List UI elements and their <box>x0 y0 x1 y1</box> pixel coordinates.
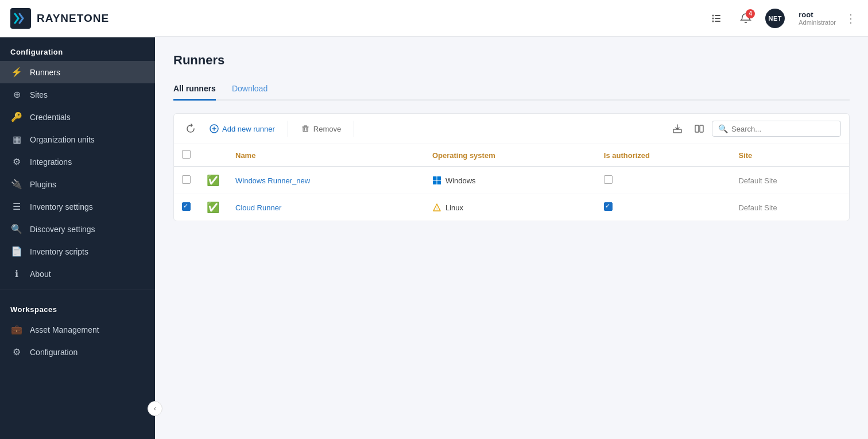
sidebar-item-runners[interactable]: ⚡ Runners <box>0 61 155 83</box>
add-new-runner-button[interactable]: Add new runner <box>203 121 282 137</box>
select-all-checkbox[interactable] <box>182 150 191 159</box>
configuration-ws-icon: ⚙ <box>10 346 23 357</box>
inventory-scripts-icon: 📄 <box>10 246 23 257</box>
sidebar-item-asset-management[interactable]: 💼 Asset Management <box>0 318 155 341</box>
table-row: ✅ Cloud Runner ! Linux Default Site <box>174 194 849 221</box>
header-check <box>174 144 199 167</box>
user-role: Administrator <box>799 19 836 26</box>
avatar-initials: NET <box>768 15 782 22</box>
svg-rect-6 <box>715 21 720 22</box>
user-avatar: NET <box>765 9 785 28</box>
table-row: ✅ Windows Runner_new Windows Default Sit… <box>174 167 849 194</box>
sidebar: RAYNETONE Configuration ⚡ Runners ⊕ Site… <box>0 0 155 439</box>
remove-label: Remove <box>313 125 341 133</box>
export-button[interactable] <box>668 120 687 138</box>
svg-point-3 <box>712 17 714 19</box>
authorized-checkbox[interactable] <box>604 202 613 211</box>
collapse-icon: ‹ <box>154 405 156 413</box>
svg-rect-4 <box>715 18 720 19</box>
header-name[interactable]: Name <box>227 144 424 167</box>
table-toolbar: Add new runner Remove <box>174 114 849 144</box>
sidebar-item-inventory-settings[interactable]: ☰ Inventory settings <box>0 195 155 218</box>
sidebar-item-plugins[interactable]: 🔌 Plugins <box>0 173 155 195</box>
toolbar-divider <box>288 121 288 137</box>
user-info: root Administrator <box>799 10 836 26</box>
svg-rect-10 <box>695 125 699 132</box>
header-authorized[interactable]: Is authorized <box>596 144 731 167</box>
workspaces-section-title: Workspaces <box>0 295 155 318</box>
cell-check <box>174 194 199 221</box>
svg-rect-8 <box>303 127 308 132</box>
authorized-checkbox[interactable] <box>604 175 613 184</box>
trash-icon <box>301 124 310 133</box>
header-site[interactable]: Site <box>730 144 849 167</box>
org-units-icon: ▦ <box>10 134 23 145</box>
os-label: Linux <box>445 203 463 212</box>
cell-site: Default Site <box>730 167 849 194</box>
status-ok-icon: ✅ <box>207 202 219 213</box>
runner-name-link[interactable]: Cloud Runner <box>235 203 281 212</box>
svg-rect-9 <box>673 129 681 133</box>
asset-management-icon: 💼 <box>10 324 23 335</box>
row-checkbox[interactable] <box>182 175 191 184</box>
sidebar-item-integrations[interactable]: ⚙ Integrations <box>0 151 155 173</box>
svg-point-1 <box>712 14 714 16</box>
search-input[interactable] <box>731 125 835 133</box>
svg-rect-15 <box>437 181 441 185</box>
sites-icon: ⊕ <box>10 89 23 100</box>
sidebar-item-label-org-units: Organization units <box>30 135 95 144</box>
logo-icon <box>10 8 31 29</box>
table-container: Add new runner Remove <box>173 113 850 221</box>
svg-rect-2 <box>715 15 720 16</box>
discovery-settings-icon: 🔍 <box>10 224 23 234</box>
refresh-button[interactable] <box>182 120 199 137</box>
tabs: All runners Download <box>173 78 850 101</box>
sidebar-collapse-button[interactable]: ‹ <box>148 401 162 416</box>
svg-rect-14 <box>433 181 437 185</box>
sidebar-item-sites[interactable]: ⊕ Sites <box>0 83 155 106</box>
refresh-icon <box>185 124 196 134</box>
cell-name: Windows Runner_new <box>227 167 424 194</box>
cell-os: ! Linux <box>424 194 596 221</box>
svg-rect-11 <box>700 125 703 132</box>
sidebar-item-label-plugins: Plugins <box>30 180 56 189</box>
sidebar-item-credentials[interactable]: 🔑 Credentials <box>0 106 155 128</box>
cell-status: ✅ <box>199 194 227 221</box>
tab-download[interactable]: Download <box>232 78 268 101</box>
sidebar-item-discovery-settings[interactable]: 🔍 Discovery settings <box>0 218 155 240</box>
add-new-runner-label: Add new runner <box>222 125 275 133</box>
configuration-section-title: Configuration <box>0 37 155 61</box>
cell-status: ✅ <box>199 167 227 194</box>
os-badge: ! Linux <box>432 203 588 212</box>
menu-list-icon <box>710 13 722 24</box>
main-content: Runners All runners Download <box>155 37 868 439</box>
runner-name-link[interactable]: Windows Runner_new <box>235 176 310 185</box>
sidebar-item-label-integrations: Integrations <box>30 157 72 167</box>
columns-button[interactable] <box>690 120 708 138</box>
cell-authorized <box>596 194 731 221</box>
page-container: Runners All runners Download <box>155 37 868 237</box>
sidebar-item-about[interactable]: ℹ About <box>0 263 155 285</box>
svg-rect-12 <box>433 176 437 180</box>
notification-button[interactable]: 4 <box>735 8 756 29</box>
topbar: 4 NET root Administrator ⋮ <box>155 0 868 37</box>
header-os[interactable]: Operating system <box>424 144 596 167</box>
toolbar-divider-2 <box>354 121 354 137</box>
more-options-button[interactable]: ⋮ <box>845 11 857 25</box>
sidebar-item-label-configuration-ws: Configuration <box>30 348 78 357</box>
sidebar-item-configuration-ws[interactable]: ⚙ Configuration <box>0 341 155 363</box>
inventory-settings-icon: ☰ <box>10 201 23 212</box>
remove-button[interactable]: Remove <box>294 121 348 137</box>
svg-rect-0 <box>10 8 31 29</box>
search-icon: 🔍 <box>718 124 728 133</box>
sidebar-item-inventory-scripts[interactable]: 📄 Inventory scripts <box>0 240 155 263</box>
sidebar-item-label-sites: Sites <box>30 90 48 99</box>
row-checkbox[interactable] <box>182 202 191 211</box>
integrations-icon: ⚙ <box>10 156 23 167</box>
runners-table: Name Operating system Is authorized Site… <box>174 144 849 221</box>
tab-all-runners[interactable]: All runners <box>173 78 216 101</box>
windows-os-icon <box>432 176 441 185</box>
sidebar-item-organization-units[interactable]: ▦ Organization units <box>0 128 155 151</box>
menu-icon-button[interactable] <box>706 8 726 29</box>
runners-icon: ⚡ <box>10 67 23 78</box>
